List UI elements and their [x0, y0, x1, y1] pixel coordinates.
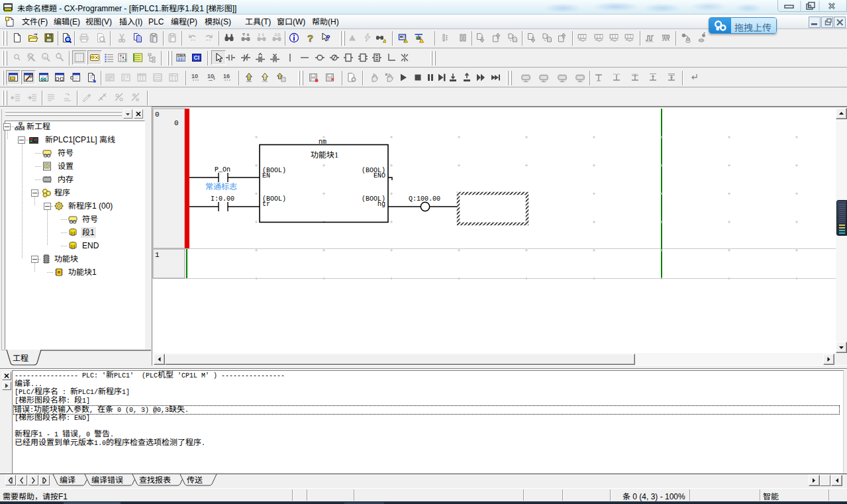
svg-text:?: ?: [307, 32, 313, 43]
svg-text:工程: 工程: [13, 354, 28, 363]
svg-text:P_On: P_On: [215, 166, 230, 174]
svg-text:功能块1: 功能块1: [311, 148, 338, 160]
svg-text:hg: hg: [377, 201, 385, 208]
svg-text:Q:100.00: Q:100.00: [409, 195, 440, 203]
svg-text:EN: EN: [262, 172, 270, 179]
svg-text:I:0.00: I:0.00: [211, 195, 234, 203]
svg-text:常通标志: 常通标志: [205, 180, 237, 191]
svg-text:SMA: SMA: [177, 54, 186, 58]
svg-text:nm: nm: [319, 138, 326, 146]
svg-text:0: 0: [155, 111, 160, 119]
svg-text:10: 10: [207, 73, 214, 79]
svg-text:ENO: ENO: [374, 172, 385, 179]
svg-text:1: 1: [155, 251, 160, 259]
svg-text:查找报表: 查找报表: [139, 476, 171, 485]
svg-text:10: 10: [191, 73, 198, 79]
svg-text:传送: 传送: [187, 476, 203, 485]
svg-text:0: 0: [174, 119, 179, 127]
svg-text:?: ?: [326, 34, 330, 42]
svg-text:编译: 编译: [60, 476, 75, 485]
svg-text:tr: tr: [262, 201, 270, 208]
svg-text:!: !: [405, 39, 405, 43]
svg-text:CI: CI: [194, 54, 200, 61]
svg-text:B: B: [277, 32, 281, 37]
svg-text:16: 16: [223, 73, 230, 79]
svg-text:编译错误: 编译错误: [91, 476, 123, 485]
